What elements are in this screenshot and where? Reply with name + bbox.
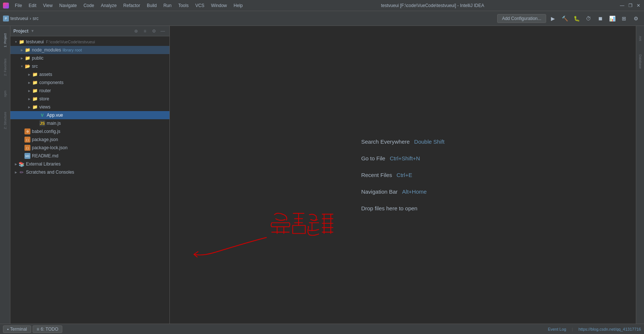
tree-item-name: main.js: [47, 121, 61, 126]
tree-item-public[interactable]: ▶ 📁 public: [10, 54, 169, 62]
layout-button[interactable]: ⊞: [619, 13, 629, 24]
search-everywhere-shortcut[interactable]: Double Shift: [414, 138, 445, 145]
build-button[interactable]: 🔨: [559, 13, 570, 24]
title-bar-left: File Edit View Navigate Code Analyze Ref…: [3, 2, 246, 9]
sidebar-item-structure[interactable]: Z: Structure: [1, 107, 10, 133]
sidebar-item-favorites[interactable]: 2: Favorites: [1, 54, 10, 80]
recent-files-shortcut[interactable]: Ctrl+E: [397, 172, 412, 178]
config-file-icon: ⚙: [24, 128, 30, 134]
navigation-bar-shortcut[interactable]: Alt+Home: [402, 188, 427, 195]
breadcrumb-separator: ›: [30, 16, 31, 21]
run-button[interactable]: ▶: [548, 13, 558, 24]
toolbar: P testvueui › src Add Configuration... ▶…: [0, 11, 644, 26]
event-log-label[interactable]: Event Log: [548, 327, 567, 331]
tree-item-name: router: [39, 88, 51, 93]
tree-item-assets[interactable]: ▶ 📁 assets: [10, 70, 169, 79]
locate-file-button[interactable]: ⊕: [132, 27, 140, 35]
panel-header: Project ▼ ⊕ ≡ ⚙ —: [10, 26, 169, 36]
menu-edit[interactable]: Edit: [26, 2, 39, 9]
tree-item-name: babel.config.js: [32, 129, 60, 134]
tree-item-src[interactable]: ▼ 📂 src: [10, 62, 169, 70]
recent-files-row: Recent Files Ctrl+E: [361, 172, 445, 178]
tree-item-name: components: [39, 80, 63, 85]
expand-arrow: [19, 137, 24, 142]
sidebar-item-npm[interactable]: npm: [1, 81, 10, 107]
library-icon: 📚: [19, 161, 24, 167]
tree-item-app-vue[interactable]: V App.vue: [10, 111, 169, 119]
hide-panel-button[interactable]: —: [159, 27, 166, 35]
tree-item-babel-config[interactable]: ⚙ babel.config.js: [10, 127, 169, 136]
stop-button[interactable]: ⏹: [595, 13, 605, 24]
tree-item-name: node_modules: [32, 47, 61, 53]
search-everywhere-row: Search Everywhere Double Shift: [361, 138, 445, 145]
breadcrumb: P testvueui › src: [3, 16, 39, 21]
menu-navigate[interactable]: Navigate: [56, 2, 80, 9]
tree-item-readme[interactable]: MD README.md: [10, 152, 169, 160]
expand-arrow: ▶: [13, 170, 19, 175]
menu-window[interactable]: Window: [208, 2, 230, 9]
tree-item-package-lock[interactable]: { } package-lock.json: [10, 144, 169, 152]
expand-arrow: [34, 113, 39, 118]
coverage-button[interactable]: 📊: [607, 13, 617, 24]
terminal-tab[interactable]: ▪ Terminal: [3, 325, 31, 333]
menu-file[interactable]: File: [12, 2, 25, 9]
go-to-file-shortcut[interactable]: Ctrl+Shift+N: [390, 155, 420, 161]
close-button[interactable]: ✕: [636, 3, 641, 8]
settings-button[interactable]: ⚙: [631, 13, 641, 24]
menu-run[interactable]: Run: [161, 2, 175, 9]
maximize-button[interactable]: ❐: [628, 3, 633, 8]
collapse-all-button[interactable]: ≡: [141, 27, 149, 35]
tree-item-components[interactable]: ▶ 📁 components: [10, 79, 169, 87]
menu-tools[interactable]: Tools: [175, 2, 192, 9]
ant-button[interactable]: Ant: [637, 27, 644, 50]
menu-refactor[interactable]: Refactor: [120, 2, 143, 9]
status-url[interactable]: https://blog.csdn.net/qq_41317716: [578, 327, 641, 331]
todo-icon: ≡: [37, 327, 39, 332]
menu-view[interactable]: View: [40, 2, 56, 9]
tree-item-external-libs[interactable]: ▶ 📚 External Libraries: [10, 160, 169, 168]
todo-tab[interactable]: ≡ 6: TODO: [33, 325, 63, 333]
menu-help[interactable]: Help: [231, 2, 246, 9]
window-title: testvueui [F:\code\VueCode\testvueui] - …: [246, 3, 620, 8]
debug-button[interactable]: 🐛: [571, 13, 582, 24]
menu-analyze[interactable]: Analyze: [98, 2, 120, 9]
tree-item-node-modules[interactable]: ▶ 📁 node_modules library root: [10, 46, 169, 54]
status-bar-left: ▪ Terminal ≡ 6: TODO: [3, 325, 62, 333]
menu-bar: File Edit View Navigate Code Analyze Ref…: [12, 2, 246, 9]
tree-item-package-json[interactable]: { } package.json: [10, 136, 169, 144]
tree-item-store[interactable]: ▶ 📁 store: [10, 95, 169, 103]
navigation-bar-label: Navigation Bar: [361, 188, 397, 195]
minimize-button[interactable]: —: [620, 3, 625, 8]
tree-item-name: Scratches and Consoles: [26, 170, 74, 175]
file-tree: ▼ 📁 testvueui F:\code\VueCode\testvueui …: [10, 36, 169, 324]
breadcrumb-folder: src: [33, 16, 39, 21]
folder-open-icon: 📂: [24, 63, 30, 69]
database-button[interactable]: Database: [637, 50, 644, 73]
tree-item-main-js[interactable]: JS main.js: [10, 119, 169, 127]
left-sidebar-strip: 1: Project 2: Favorites npm Z: Structure: [0, 26, 10, 324]
tree-item-scratches[interactable]: ▶ ✏ Scratches and Consoles: [10, 168, 169, 176]
tree-item-router[interactable]: ▶ 📁 router: [10, 87, 169, 95]
sidebar-item-project[interactable]: 1: Project: [1, 27, 10, 53]
todo-label: 6: TODO: [41, 327, 59, 332]
panel-actions: ⊕ ≡ ⚙ —: [132, 27, 166, 35]
tree-item-testvueui[interactable]: ▼ 📁 testvueui F:\code\VueCode\testvueui: [10, 38, 169, 46]
breadcrumb-project: testvueui: [10, 16, 28, 21]
tree-item-name: views: [39, 104, 50, 110]
add-configuration-button[interactable]: Add Configuration...: [497, 14, 546, 23]
menu-vcs[interactable]: VCS: [192, 2, 208, 9]
terminal-label: Terminal: [10, 327, 27, 332]
tree-item-views[interactable]: ▶ 📁 views: [10, 103, 169, 111]
title-bar: File Edit View Navigate Code Analyze Ref…: [0, 0, 644, 11]
window-controls: — ❐ ✕: [620, 3, 641, 8]
profile-button[interactable]: ⏱: [583, 13, 594, 24]
library-root-label: library root: [63, 48, 82, 52]
panel-settings-button[interactable]: ⚙: [150, 27, 158, 35]
expand-arrow: ▼: [19, 64, 24, 69]
menu-code[interactable]: Code: [80, 2, 97, 9]
drop-files-label: Drop files here to open: [361, 205, 417, 211]
chevron-down-icon: ▼: [31, 29, 34, 33]
js-file-icon: JS: [39, 120, 45, 126]
tree-item-path: F:\code\VueCode\testvueui: [46, 40, 95, 44]
menu-build[interactable]: Build: [144, 2, 160, 9]
